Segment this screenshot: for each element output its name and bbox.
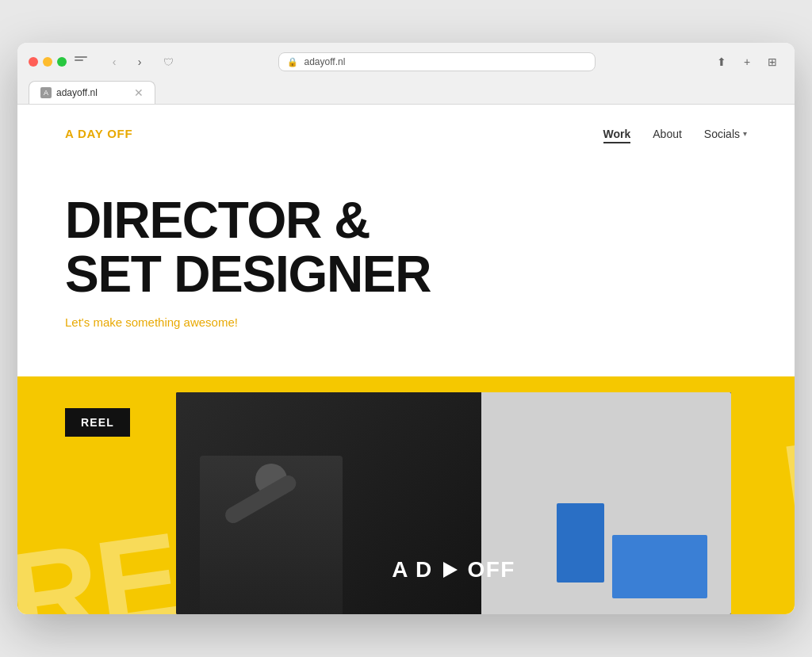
scene-person (200, 456, 343, 614)
share-button[interactable]: ⬆ (710, 51, 733, 73)
browser-dots (29, 57, 67, 67)
scene-arm (222, 472, 299, 525)
chevron-down-icon: ▾ (743, 129, 747, 138)
video-thumbnail[interactable]: A D OFF (176, 392, 731, 614)
active-tab[interactable]: A adayoff.nl ✕ (29, 81, 155, 104)
hero-section: DIRECTOR & SET DESIGNER Let's make somet… (17, 162, 795, 376)
minimize-dot[interactable] (43, 57, 52, 67)
tab-close-button[interactable]: ✕ (134, 86, 144, 99)
browser-actions: ⬆ + ⊞ (710, 51, 783, 73)
nav-work[interactable]: Work (603, 128, 631, 140)
browser-nav-buttons: ‹ › (103, 54, 151, 70)
new-tab-button[interactable]: + (736, 51, 758, 73)
video-scene: A D OFF (176, 392, 731, 614)
browser-tabs: A adayoff.nl ✕ (29, 81, 783, 104)
reel-label[interactable]: REEL (65, 408, 130, 437)
video-section: REEL REEL REEL REEL REEL A D (17, 376, 795, 614)
hero-subtitle: Let's make something awesome! (65, 315, 747, 329)
play-button[interactable] (438, 557, 463, 583)
nav-about[interactable]: About (653, 128, 682, 140)
tab-label: adayoff.nl (56, 87, 98, 98)
play-triangle-icon (443, 562, 458, 578)
hero-title: DIRECTOR & SET DESIGNER (65, 194, 747, 300)
url-text: adayoff.nl (304, 56, 346, 67)
nav-socials[interactable]: Socials ▾ (704, 128, 747, 140)
lock-icon: 🔒 (287, 57, 298, 67)
browser-window: ‹ › 🛡 🔒 adayoff.nl ⬆ + ⊞ A (17, 43, 795, 613)
tab-favicon: A (40, 87, 52, 98)
browser-titlebar: ‹ › 🛡 🔒 adayoff.nl ⬆ + ⊞ (29, 51, 783, 73)
site-header: A DAY OFF Work About Socials ▾ (17, 105, 795, 162)
video-overlay-text: A D OFF (176, 557, 731, 583)
browser-chrome: ‹ › 🛡 🔒 adayoff.nl ⬆ + ⊞ A (17, 43, 795, 105)
site-logo[interactable]: A DAY OFF (65, 127, 132, 140)
shield-icon: 🛡 (163, 56, 174, 68)
close-dot[interactable] (29, 57, 38, 67)
website-content: A DAY OFF Work About Socials ▾ DIRECTOR … (17, 105, 795, 613)
grid-button[interactable]: ⊞ (761, 51, 783, 73)
forward-button[interactable]: › (128, 54, 151, 70)
maximize-dot[interactable] (57, 57, 67, 67)
back-button[interactable]: ‹ (103, 54, 125, 70)
overlay-text-right: OFF (468, 557, 515, 583)
window-toggle-icon[interactable] (75, 56, 87, 67)
overlay-text-left: A D (392, 557, 432, 583)
site-nav: Work About Socials ▾ (603, 128, 747, 140)
address-bar[interactable]: 🔒 adayoff.nl (278, 52, 596, 71)
